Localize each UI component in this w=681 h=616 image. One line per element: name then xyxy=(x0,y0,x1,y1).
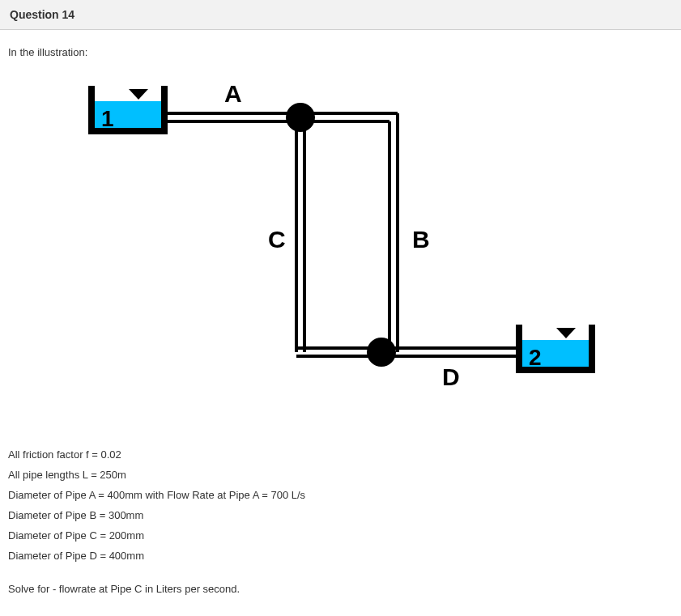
svg-rect-1 xyxy=(88,86,95,134)
intro-text: In the illustration: xyxy=(8,46,673,58)
svg-marker-4 xyxy=(129,89,148,100)
svg-rect-2 xyxy=(161,86,168,134)
svg-rect-16 xyxy=(295,346,298,350)
pipe-c xyxy=(295,117,377,356)
spec-friction: All friction factor f = 0.02 xyxy=(8,448,673,461)
spec-pipe-c: Diameter of Pipe C = 200mm xyxy=(8,529,673,542)
pipe-a xyxy=(168,113,300,121)
question-title: Question 14 xyxy=(10,8,74,21)
label-b: B xyxy=(412,226,430,253)
node-top xyxy=(286,103,315,132)
tank-1-label: 1 xyxy=(101,106,114,131)
spec-lengths: All pipe lengths L = 250m xyxy=(8,469,673,481)
node-bottom xyxy=(367,338,396,367)
spec-pipe-a: Diameter of Pipe A = 400mm with Flow Rat… xyxy=(8,489,673,501)
solve-prompt: Solve for - flowrate at Pipe C in Liters… xyxy=(8,583,673,595)
question-header: Question 14 xyxy=(0,0,681,30)
pipe-d xyxy=(381,348,516,356)
svg-rect-8 xyxy=(516,367,595,373)
spec-pipe-b: Diameter of Pipe B = 300mm xyxy=(8,509,673,521)
pipe-b xyxy=(300,112,399,352)
spec-pipe-d: Diameter of Pipe D = 400mm xyxy=(8,550,673,562)
svg-rect-6 xyxy=(516,325,522,373)
label-c: C xyxy=(268,226,286,253)
tank-2-label: 2 xyxy=(529,345,542,370)
tank-1: 1 xyxy=(88,86,168,134)
label-a: A xyxy=(224,80,242,107)
svg-rect-3 xyxy=(88,128,168,134)
label-d: D xyxy=(442,363,460,390)
svg-marker-9 xyxy=(556,328,576,338)
question-content: In the illustration: 1 xyxy=(0,30,681,614)
illustration: 1 2 xyxy=(66,73,616,429)
pipe-diagram: 1 2 xyxy=(66,73,616,429)
tank-2: 2 xyxy=(516,325,595,373)
svg-rect-7 xyxy=(589,325,595,373)
